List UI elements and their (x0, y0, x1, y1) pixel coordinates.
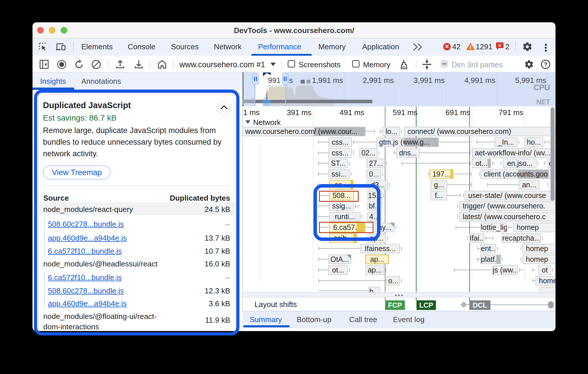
svg-text:991: 991 (268, 76, 281, 85)
svg-text:CPU: CPU (533, 83, 550, 92)
svg-text:s: s (289, 76, 293, 85)
svg-text:✕: ✕ (498, 43, 502, 48)
svg-text:4,991 ms: 4,991 ms (464, 76, 495, 85)
svg-text:NET: NET (536, 98, 550, 106)
svg-text:?: ? (544, 61, 547, 68)
svg-text:2,991 ms: 2,991 ms (363, 76, 394, 85)
svg-text:3,991 ms: 3,991 ms (414, 76, 445, 85)
svg-text:1,991 ms: 1,991 ms (312, 76, 343, 85)
